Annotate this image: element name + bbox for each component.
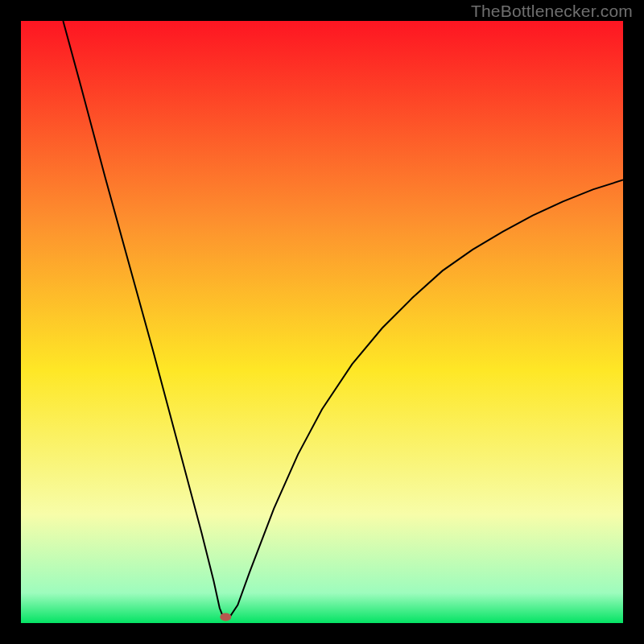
chart-svg xyxy=(21,21,623,623)
gradient-background xyxy=(21,21,623,623)
watermark-text: TheBottlenecker.com xyxy=(471,2,633,21)
optimal-point-marker xyxy=(220,613,231,621)
outer-frame: TheBottlenecker.com xyxy=(0,0,644,644)
plot-area xyxy=(21,21,623,623)
